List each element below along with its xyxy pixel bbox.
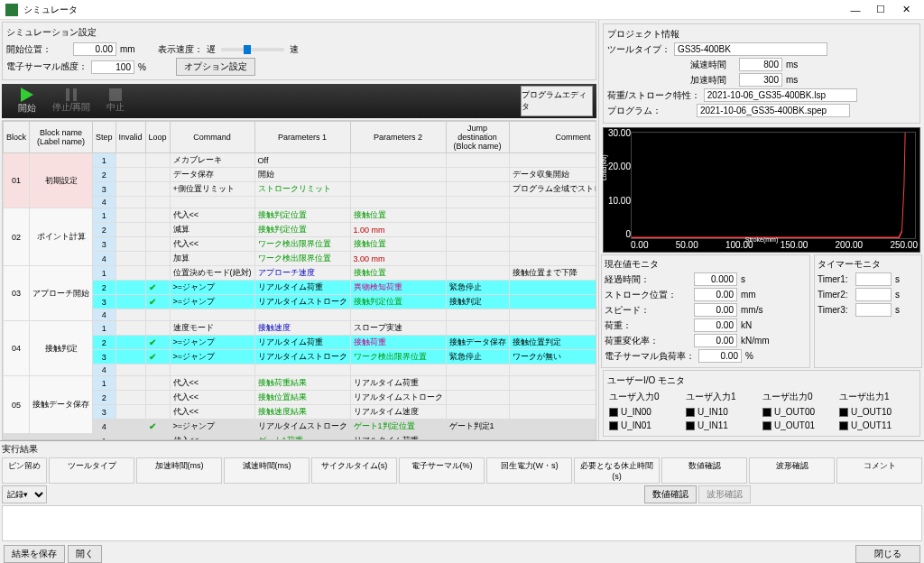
grid-cell[interactable]: 4 (93, 420, 116, 434)
grid-cell[interactable]: 3 (93, 295, 116, 309)
grid-cell[interactable] (350, 365, 446, 376)
grid-cell[interactable]: 接触位置まで下降 (509, 266, 596, 281)
grid-cell[interactable] (446, 252, 509, 266)
grid-cell[interactable]: 代入<< (170, 376, 254, 391)
grid-cell[interactable] (116, 208, 145, 223)
grid-cell[interactable]: 代入<< (170, 208, 254, 223)
grid-cell[interactable] (116, 266, 145, 281)
start-pos-input[interactable] (73, 42, 116, 56)
grid-cell[interactable] (116, 391, 145, 405)
grid-cell[interactable]: 1 (93, 208, 116, 223)
grid-cell[interactable]: 4 (93, 252, 116, 266)
grid-cell[interactable]: >=ジャンプ (170, 336, 254, 350)
grid-cell[interactable]: 4 (93, 309, 116, 321)
grid-cell[interactable]: 加算 (170, 252, 254, 266)
grid-cell[interactable] (446, 321, 509, 336)
grid-cell[interactable] (509, 405, 596, 420)
grid-cell[interactable] (509, 281, 596, 295)
grid-cell[interactable] (254, 197, 350, 208)
grid-cell[interactable]: ✔ (145, 295, 170, 309)
grid-cell[interactable] (446, 182, 509, 197)
grid-cell[interactable]: ゲート判定1 (446, 420, 509, 434)
accel-input[interactable] (739, 73, 782, 87)
grid-cell[interactable]: 緊急停止 (446, 281, 509, 295)
grid-cell[interactable] (116, 434, 145, 441)
grid-cell[interactable] (145, 252, 170, 266)
grid-cell[interactable]: 接触判定位置 (254, 223, 350, 237)
grid-cell[interactable]: リアルタイムストローク (254, 295, 350, 309)
grid-cell[interactable]: ゲート1判定位置 (350, 420, 446, 434)
program-grid[interactable]: BlockBlock name (Label name)StepInvalidL… (2, 120, 596, 440)
grid-cell[interactable]: リアルタイム荷重 (254, 336, 350, 350)
grid-cell[interactable]: プログラム全域でストローク保護 (509, 182, 596, 197)
grid-cell[interactable] (446, 237, 509, 252)
grid-cell[interactable] (350, 197, 446, 208)
record-select[interactable]: 記録▾ (2, 485, 47, 503)
grid-cell[interactable]: メカブレーキ (170, 153, 254, 168)
grid-cell[interactable] (254, 309, 350, 321)
grid-cell[interactable]: ワーク検出限界位置 (350, 350, 446, 365)
grid-cell[interactable]: 接触判定 (446, 295, 509, 309)
grid-cell[interactable]: リアルタイムストローク (254, 350, 350, 365)
grid-cell[interactable] (116, 252, 145, 266)
minimize-button[interactable]: — (843, 1, 868, 19)
grid-cell[interactable] (509, 309, 596, 321)
grid-cell[interactable]: 接触速度結果 (254, 405, 350, 420)
grid-cell[interactable] (170, 309, 254, 321)
grid-cell[interactable] (170, 197, 254, 208)
grid-cell[interactable] (254, 365, 350, 376)
grid-cell[interactable] (116, 350, 145, 365)
grid-cell[interactable]: >=ジャンプ (170, 281, 254, 295)
stop-button[interactable]: 中止 (94, 86, 137, 116)
grid-cell[interactable] (170, 365, 254, 376)
wave-check-button[interactable]: 波形確認 (698, 485, 751, 503)
grid-cell[interactable] (446, 376, 509, 391)
speed-slider[interactable] (221, 48, 284, 51)
maximize-button[interactable]: ☐ (868, 1, 893, 19)
grid-cell[interactable]: 接触荷重結果 (254, 376, 350, 391)
grid-cell[interactable]: ワーク検出限界位置 (254, 252, 350, 266)
close-button[interactable]: ✕ (893, 1, 919, 19)
grid-cell[interactable] (509, 391, 596, 405)
grid-cell[interactable]: 減算 (170, 223, 254, 237)
grid-cell[interactable] (145, 321, 170, 336)
grid-cell[interactable]: >=ジャンプ (170, 295, 254, 309)
grid-cell[interactable]: 1 (93, 266, 116, 281)
grid-cell[interactable] (509, 376, 596, 391)
grid-cell[interactable] (145, 208, 170, 223)
grid-cell[interactable]: 緊急停止 (446, 350, 509, 365)
grid-cell[interactable]: 1 (93, 434, 116, 441)
start-button[interactable]: 開始 (5, 86, 49, 116)
grid-cell[interactable] (509, 434, 596, 441)
grid-cell[interactable]: 接触判定位置 (254, 208, 350, 223)
grid-cell[interactable] (116, 237, 145, 252)
grid-cell[interactable] (116, 420, 145, 434)
grid-cell[interactable]: リアルタイム速度 (350, 405, 446, 420)
grid-cell[interactable]: ✔ (145, 281, 170, 295)
grid-cell[interactable]: 位置決めモード(絶対) (170, 266, 254, 281)
grid-cell[interactable]: データ収集開始 (509, 168, 596, 182)
program-editor-button[interactable]: プログラムエディタ (521, 86, 593, 116)
grid-cell[interactable] (509, 153, 596, 168)
grid-cell[interactable]: リアルタイム荷重 (254, 281, 350, 295)
grid-cell[interactable] (145, 153, 170, 168)
grid-cell[interactable]: 接触位置判定 (509, 336, 596, 350)
grid-cell[interactable] (350, 182, 446, 197)
grid-cell[interactable] (116, 281, 145, 295)
grid-cell[interactable] (145, 376, 170, 391)
grid-cell[interactable]: リアルタイム荷重 (350, 434, 446, 441)
grid-cell[interactable] (446, 309, 509, 321)
grid-cell[interactable] (145, 309, 170, 321)
close-dialog-button[interactable]: 閉じる (855, 545, 920, 563)
grid-cell[interactable] (509, 223, 596, 237)
grid-cell[interactable]: 4 (93, 197, 116, 208)
grid-cell[interactable]: スロープ実速 (350, 321, 446, 336)
grid-cell[interactable]: >=ジャンプ (170, 420, 254, 434)
grid-cell[interactable]: 1 (93, 153, 116, 168)
grid-cell[interactable]: 2 (93, 223, 116, 237)
grid-cell[interactable] (116, 182, 145, 197)
grid-cell[interactable]: 1.00 mm (350, 223, 446, 237)
grid-cell[interactable] (446, 208, 509, 223)
grid-cell[interactable] (116, 153, 145, 168)
grid-cell[interactable] (446, 153, 509, 168)
